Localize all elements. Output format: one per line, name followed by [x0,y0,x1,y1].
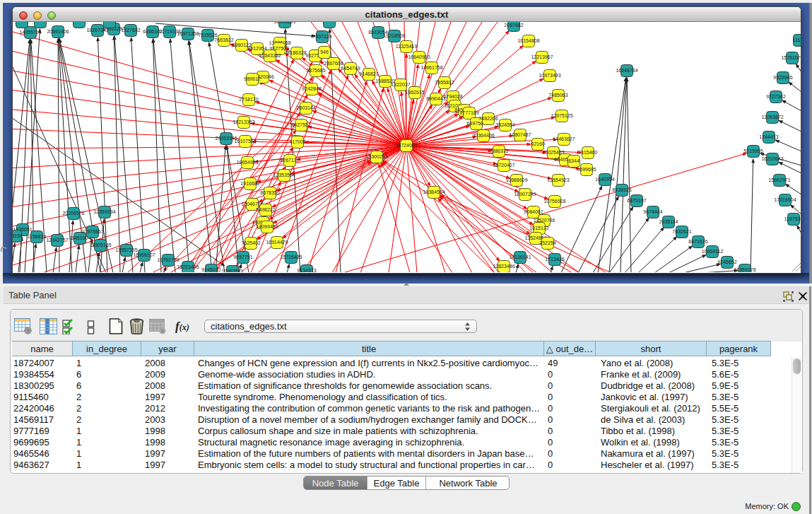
svg-text:14463627: 14463627 [553,136,575,141]
svg-text:9245012: 9245012 [201,267,220,272]
svg-text:9777169: 9777169 [459,110,478,115]
svg-text:20206576: 20206576 [62,211,84,216]
svg-text:14055714: 14055714 [19,30,41,35]
svg-text:10963521: 10963521 [221,269,243,272]
svg-text:9134573: 9134573 [297,268,316,272]
svg-text:9657791: 9657791 [233,255,252,259]
svg-text:6879197: 6879197 [627,198,646,203]
svg-text:10654112: 10654112 [702,249,724,254]
svg-text:10973493: 10973493 [539,73,560,78]
svg-text:8471676: 8471676 [688,239,707,244]
svg-text:10975867: 10975867 [81,229,103,234]
svg-text:12093872: 12093872 [761,115,783,119]
svg-text:12213363: 12213363 [233,119,254,124]
svg-text:546: 546 [320,49,329,54]
svg-text:7886372: 7886372 [489,148,508,153]
svg-text:9699695: 9699695 [577,167,596,172]
svg-text:7632621: 7632621 [672,229,691,234]
svg-text:7515526: 7515526 [198,33,217,37]
svg-text:8186328: 8186328 [287,50,306,55]
svg-text:9245652: 9245652 [717,259,736,264]
svg-text:7485063: 7485063 [548,93,567,98]
svg-text:16543362: 16543362 [259,53,281,58]
svg-text:16033809: 16033809 [273,22,295,24]
svg-text:1640954: 1640954 [595,177,614,182]
svg-text:1156819: 1156819 [28,234,47,239]
svg-text:19218506: 19218506 [383,33,405,38]
svg-text:8938923: 8938923 [612,187,631,192]
svg-text:16107563: 16107563 [234,139,256,144]
svg-text:9227342: 9227342 [766,94,785,99]
svg-text:7663822: 7663822 [214,37,233,42]
svg-text:2935114: 2935114 [659,219,678,224]
svg-text:12505135: 12505135 [89,243,111,247]
svg-text:9474444: 9474444 [643,209,662,214]
svg-text:19384554: 19384554 [423,189,445,194]
svg-text:17957255: 17957255 [115,247,137,252]
svg-text:7955812: 7955812 [435,80,454,85]
svg-text:14136141: 14136141 [509,255,531,259]
svg-text:5215955: 5215955 [743,148,763,153]
svg-text:10756928: 10756928 [543,199,565,204]
svg-text:62160: 62160 [531,141,545,146]
svg-text:16648784: 16648784 [616,68,637,73]
svg-text:16210643: 16210643 [761,156,783,161]
svg-text:18907249: 18907249 [514,192,536,197]
svg-text:12359934: 12359934 [93,209,115,214]
svg-text:1244413: 1244413 [759,134,778,139]
svg-text:12342757: 12342757 [46,238,68,243]
svg-text:7357224: 7357224 [312,34,331,39]
svg-text:9242848: 9242848 [302,86,321,91]
svg-text:2087682: 2087682 [504,23,523,28]
svg-text:8912954: 8912954 [247,46,266,51]
svg-text:12213967: 12213967 [531,54,553,59]
svg-text:7625402: 7625402 [241,240,260,245]
svg-text:13353594: 13353594 [273,173,295,177]
svg-text:1167534: 1167534 [784,216,801,221]
svg-text:1362615: 1362615 [405,90,424,95]
svg-text:16958107: 16958107 [133,252,155,257]
svg-text:1916682: 1916682 [240,181,259,186]
svg-text:15300293: 15300293 [365,154,387,159]
svg-text:6794028: 6794028 [443,94,462,99]
svg-text:16154808: 16154808 [517,38,539,43]
svg-text:8267130: 8267130 [280,158,299,163]
svg-text:16359378: 16359378 [734,267,755,272]
svg-text:1713426: 1713426 [545,257,564,262]
svg-text:20364436: 20364436 [472,133,494,138]
svg-text:39159: 39159 [13,233,23,238]
svg-text:14961758: 14961758 [420,65,442,70]
svg-text:11520746: 11520746 [534,218,555,223]
svg-text:8678350: 8678350 [260,190,279,195]
svg-text:18720407: 18720407 [493,163,514,168]
svg-text:252254: 252254 [539,240,555,245]
svg-text:16914479: 16914479 [266,240,288,245]
svg-text:11325419: 11325419 [396,44,418,49]
svg-text:14099490: 14099490 [256,224,278,229]
svg-text:3875685: 3875685 [306,68,325,73]
svg-text:5498222: 5498222 [256,207,275,212]
svg-text:2718170: 2718170 [239,97,258,102]
svg-text:16782759: 16782759 [157,257,179,262]
svg-text:9084067: 9084067 [524,209,543,214]
svg-text:2867608: 2867608 [324,61,343,66]
svg-text:9329946: 9329946 [773,75,792,80]
svg-text:1615132: 1615132 [529,226,548,230]
svg-text:417006: 417006 [289,139,305,144]
svg-text:9115460: 9115460 [579,150,598,155]
svg-text:15716485: 15716485 [280,255,302,259]
svg-text:9146821: 9146821 [359,71,378,76]
svg-text:16971358: 16971358 [177,31,199,36]
svg-text:15692971: 15692971 [768,177,790,182]
svg-text:6344: 6344 [568,158,579,163]
svg-text:2803144: 2803144 [296,105,315,110]
svg-text:19654933: 19654933 [236,160,258,165]
svg-text:12975125: 12975125 [551,113,572,118]
svg-text:8454749: 8454749 [341,66,360,71]
svg-text:1327602: 1327602 [121,28,140,33]
svg-text:17016504: 17016504 [774,197,796,202]
svg-text:20691406: 20691406 [47,29,69,34]
svg-text:11124: 11124 [793,37,801,42]
svg-text:989612: 989612 [244,76,260,81]
svg-text:18724007: 18724007 [395,143,417,148]
